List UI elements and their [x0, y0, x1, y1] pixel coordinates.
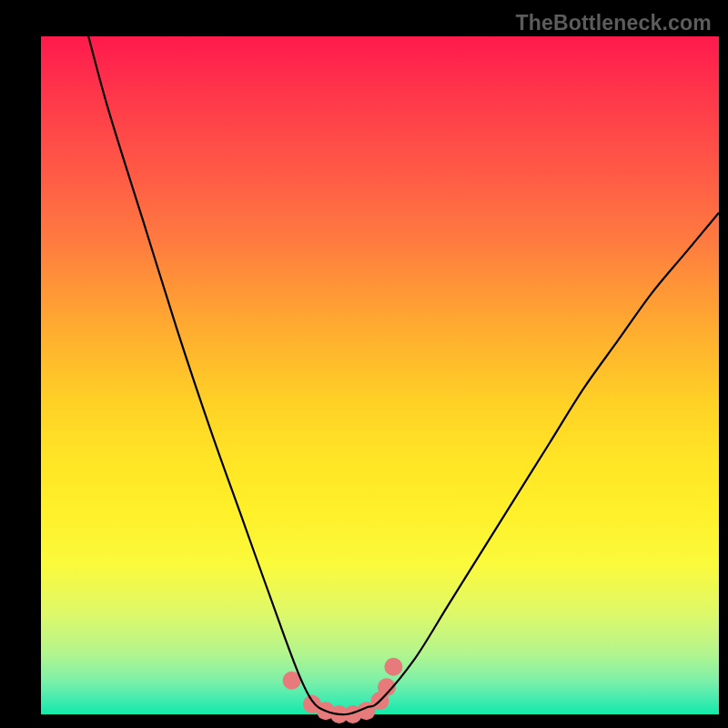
chart-frame: TheBottleneck.com	[0, 0, 728, 728]
curve-svg	[0, 0, 728, 728]
optimal-marker	[384, 658, 402, 676]
bottleneck-curve-path	[88, 36, 719, 714]
